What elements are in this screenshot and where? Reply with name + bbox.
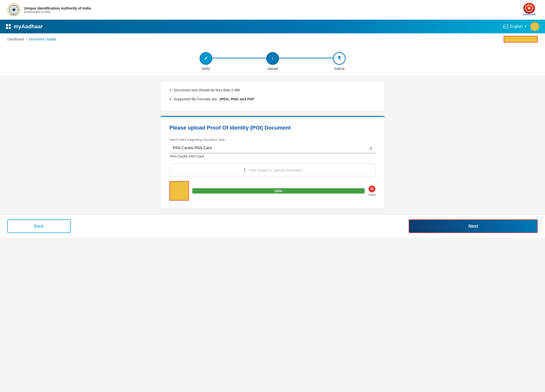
info-list: Document size should be less than 2 MB S… [168, 87, 377, 102]
step-upload-label: Upload [267, 67, 278, 71]
breadcrumb: Dashboard > Document Update [0, 33, 545, 45]
step-line-1 [212, 58, 266, 58]
clear-button-area[interactable]: ✕ Clear [368, 186, 376, 196]
upload-arrow-icon: ⬆ [243, 167, 247, 173]
org-text: Unique Identification Authority of India… [24, 6, 91, 14]
step-line-2 [279, 58, 333, 58]
upload-card: Please upload Proof Of Identity (POI) Do… [161, 116, 385, 208]
svg-text:सत्यमेव जयते: सत्यमेव जयते [11, 14, 17, 16]
step-verify-label: Verify [202, 67, 210, 71]
aadhaar-brand-icon: AADHAAR [521, 2, 538, 17]
breadcrumb-home[interactable]: Dashboard [7, 37, 24, 41]
step-upload: ↑ Upload [266, 52, 279, 71]
emblem-icon: सत्यमेव जयते [7, 3, 20, 16]
step-upload-circle: ↑ [266, 52, 279, 65]
nav-bar: myAadhaar A 文 English ▼ [0, 20, 545, 33]
back-button[interactable]: Back [7, 219, 71, 233]
user-avatar[interactable] [530, 22, 539, 31]
nav-left: myAadhaar [6, 23, 43, 30]
org-info: सत्यमेव जयते Unique Identification Autho… [7, 3, 91, 16]
step-submit: ₹ Submit [333, 52, 346, 71]
doc-type-select[interactable]: PAN Card/e-PAN Card Voter ID Passport Dr… [169, 143, 376, 153]
file-thumbnail [169, 181, 189, 201]
nav-right: A 文 English ▼ [503, 22, 539, 31]
grid-menu-icon[interactable] [6, 24, 11, 29]
app-title: myAadhaar [14, 23, 43, 30]
info-item-formats: Supported file Formats are: JPEG, PNG an… [174, 96, 377, 102]
step-submit-label: Submit [334, 67, 345, 71]
org-sub: Government of India [24, 10, 91, 14]
doc-selected-value: PAN Card/e-PAN Card [169, 154, 376, 158]
step-verify-circle: ✓ [200, 52, 212, 65]
clear-label: Clear [368, 193, 376, 196]
breadcrumb-right-indicator [504, 36, 538, 43]
next-button[interactable]: Next [409, 219, 538, 233]
svg-text:AADHAAR: AADHAAR [523, 13, 536, 16]
upload-card-title: Please upload Proof Of Identity (POI) Do… [169, 125, 376, 131]
lang-label: English [510, 24, 523, 29]
main-content: Document size should be less than 2 MB S… [156, 82, 389, 208]
svg-point-10 [528, 7, 530, 9]
upload-document-button[interactable]: ⬆ View Details & Upload Document [169, 164, 376, 176]
progress-bar-track: 100% [192, 188, 365, 194]
doc-select-wrapper: PAN Card/e-PAN Card Voter ID Passport Dr… [169, 143, 376, 153]
svg-text:文: 文 [506, 26, 508, 28]
back-button-label: Back [34, 224, 44, 229]
breadcrumb-separator: > [26, 37, 28, 41]
org-name: Unique Identification Authority of India [24, 6, 91, 10]
top-header: सत्यमेव जयते Unique Identification Autho… [0, 0, 545, 20]
next-button-label: Next [468, 224, 478, 229]
svg-text:A: A [504, 26, 506, 28]
step-submit-circle: ₹ [333, 52, 346, 65]
stepper-inner: ✓ Verify ↑ Upload ₹ Submit [200, 52, 346, 71]
language-icon: A 文 [503, 24, 508, 29]
clear-x-icon[interactable]: ✕ [369, 186, 375, 192]
info-card: Document size should be less than 2 MB S… [161, 82, 385, 111]
formats-text: JPEG, PNG and PDF [219, 97, 254, 101]
aadhaar-logo: AADHAAR [521, 2, 538, 17]
breadcrumb-current: Document Update [29, 37, 56, 41]
lang-chevron-icon: ▼ [524, 25, 527, 28]
language-selector[interactable]: A 文 English ▼ [503, 24, 527, 29]
progress-bar-container: 100% [192, 188, 365, 194]
info-item-size: Document size should be less than 2 MB [174, 87, 377, 93]
upload-btn-label: View Details & Upload Document [249, 168, 302, 172]
progress-area: 100% ✕ Clear [169, 181, 376, 201]
footer-bar: Back Next [0, 214, 545, 238]
doc-type-label: Select Valid Supporting Document Type [169, 138, 376, 141]
step-verify: ✓ Verify [200, 52, 212, 71]
stepper: ✓ Verify ↑ Upload ₹ Submit [0, 45, 545, 76]
progress-percent-label: 100% [274, 189, 282, 193]
